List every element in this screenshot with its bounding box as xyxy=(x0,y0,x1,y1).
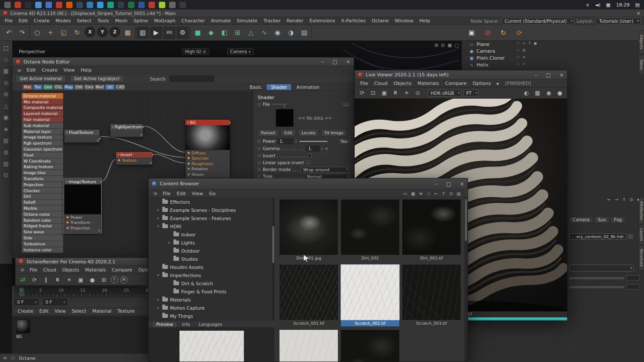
preview-tab[interactable]: Preview xyxy=(152,321,177,327)
rotate-icon[interactable]: ↻ xyxy=(71,27,83,39)
octane-dialog-icon[interactable]: ▣ xyxy=(465,27,478,39)
anim-dot-icon[interactable] xyxy=(258,175,261,178)
node-type-item[interactable]: Hair material xyxy=(22,117,63,123)
layout-split-icon[interactable]: ⊟ xyxy=(441,42,445,48)
node-collapse-icon[interactable]: ▾ xyxy=(66,180,68,184)
tree-item-label[interactable]: Motion Capture xyxy=(170,305,205,311)
menu-item[interactable]: Objects xyxy=(59,267,82,273)
settings-icon[interactable]: ☀ xyxy=(64,275,74,284)
tree-item-label[interactable]: My Things xyxy=(170,314,193,319)
minimize-icon[interactable]: – xyxy=(435,181,438,187)
live-viewer-titlebar[interactable]: Live Viewer 2020.2.1 (15 days left) – □ … xyxy=(355,70,567,80)
favorites-icon[interactable]: ☆ xyxy=(426,191,430,196)
up-icon[interactable]: ↑ xyxy=(442,191,445,196)
anim-dot-icon[interactable] xyxy=(258,154,261,157)
menu-item[interactable]: Materials xyxy=(82,267,109,273)
node-type-item[interactable]: Falloff xyxy=(22,199,63,205)
menu-item[interactable]: X-Particles xyxy=(338,18,368,24)
octane-reload-icon[interactable]: ⟳ xyxy=(513,27,526,39)
object-tag-icons[interactable]: ∷ ◎ xyxy=(517,48,526,52)
enable-dot[interactable] xyxy=(228,121,231,124)
resize-handle-icon[interactable]: ⊞ xyxy=(149,161,152,165)
timeline-ruler[interactable]: 051015202530 xyxy=(15,287,156,297)
node-imagetexture[interactable]: ▾ImageTexture PowerTransformProjection ⊞ xyxy=(64,178,101,233)
gamma-value-field[interactable]: 1. xyxy=(307,146,319,151)
tree-item[interactable]: Effectors xyxy=(149,198,274,206)
restart-icon[interactable]: R xyxy=(53,275,62,284)
menu-item[interactable]: Octane xyxy=(369,18,392,24)
octane-window-titlebar[interactable]: OctaneRender For Cinema 4D 2020.2.1 xyxy=(15,258,148,265)
menu-item[interactable]: Extensions xyxy=(307,18,338,24)
node-type-item[interactable]: Ridged fractal xyxy=(22,223,63,229)
back-icon[interactable]: ← xyxy=(434,191,437,196)
material-picker-icon[interactable]: M xyxy=(120,276,128,284)
node-input-port[interactable]: Power xyxy=(64,214,101,220)
node-type-item[interactable]: W Coordinate xyxy=(22,158,63,164)
camera-icon[interactable]: ◉ xyxy=(271,27,284,39)
texture-thumbnail[interactable]: Scratch_002.tif xyxy=(341,265,399,326)
misc-tool-icon[interactable]: ⊡ xyxy=(0,170,12,181)
collapse-icon[interactable]: ∨ xyxy=(586,2,589,8)
node-type-item[interactable]: Marble xyxy=(22,205,63,211)
panel-icon[interactable]: ▤ xyxy=(457,191,461,196)
clay-mode-icon[interactable]: ◐ xyxy=(522,89,531,97)
node-type-item[interactable]: Layered material xyxy=(22,111,63,117)
tree-item[interactable]: My Things xyxy=(149,312,274,320)
object-label[interactable]: Plain.Cloner xyxy=(477,55,505,61)
power-value-field[interactable]: 1. xyxy=(278,139,293,144)
taskbar-app-icon[interactable] xyxy=(25,2,31,8)
node-type-item[interactable]: Dirt xyxy=(22,194,63,200)
texture-label[interactable]: Scratch_002.tif xyxy=(341,320,399,326)
material-ball-icon[interactable]: ● xyxy=(88,275,97,284)
tree-item[interactable]: ▸ Example Scenes - Disciplines xyxy=(149,206,274,214)
separator[interactable] xyxy=(190,27,191,39)
dock-tab-objects[interactable]: Objects xyxy=(639,30,644,54)
node-type-item[interactable]: Baking texture xyxy=(22,164,63,170)
taskbar-app-icon[interactable] xyxy=(4,2,11,8)
menu-item[interactable]: Tracker xyxy=(261,18,284,24)
z-axis-icon[interactable]: Z xyxy=(109,27,120,37)
node-collapse-icon[interactable]: ▾ xyxy=(66,131,68,134)
texture-image[interactable] xyxy=(279,330,338,362)
render-to-picture-icon[interactable]: ▶ xyxy=(150,27,162,39)
render-passes-icon[interactable]: ▦ xyxy=(533,89,542,97)
node-input-port[interactable]: Texture xyxy=(116,157,152,163)
node-type-item[interactable]: Sine wave xyxy=(22,229,63,235)
tree-item-label[interactable]: Imperfections xyxy=(170,273,201,278)
texture-label[interactable]: Dirt_002 xyxy=(341,255,399,261)
refresh-icon[interactable]: ⟳ xyxy=(30,275,39,284)
node-type-item[interactable]: Turbulence xyxy=(22,241,63,247)
texture-thumbnail[interactable] xyxy=(341,330,399,362)
resize-handle-icon[interactable]: ⊞ xyxy=(98,229,100,232)
lock-icon[interactable]: ▣ xyxy=(76,275,85,284)
scale-icon[interactable]: ◱ xyxy=(58,27,70,39)
spinner-icon[interactable]: ▴▾ xyxy=(322,147,323,150)
volume-icon[interactable]: ◄) xyxy=(595,2,601,8)
taskbar-app-icon[interactable] xyxy=(35,2,42,8)
menu-item[interactable]: Select xyxy=(74,18,94,24)
object-row[interactable]: ∿ Helix ∷ ✓ xyxy=(462,61,644,68)
menu-item[interactable]: View xyxy=(52,308,69,314)
maximize-icon[interactable]: □ xyxy=(447,181,451,187)
tree-item[interactable]: ▸ Motion Capture xyxy=(149,304,274,312)
menu-item[interactable]: File xyxy=(27,267,40,273)
node-bg-material[interactable]: ▾BG DiffuseSpecularRoughnessRotationShee… xyxy=(185,119,230,183)
polygons-tool-icon[interactable]: ◎ xyxy=(0,77,12,88)
menu-item[interactable]: MoGraph xyxy=(151,18,179,24)
taskbar-app-icon[interactable] xyxy=(15,2,21,8)
inspector-button[interactable]: Edit xyxy=(281,129,295,136)
edges-tool-icon[interactable]: ▦ xyxy=(0,66,12,76)
view-details-icon[interactable]: ≡ xyxy=(419,191,422,196)
taskbar-app-icon[interactable] xyxy=(87,2,93,8)
chevron-down-icon[interactable]: ▾ xyxy=(249,50,251,54)
node-space-dropdown[interactable]: Current (Standard/Physical) xyxy=(501,18,574,24)
tree-item[interactable]: ▾ HDRI xyxy=(149,222,274,230)
texture-thumbnail[interactable]: Scratch_003.tif xyxy=(402,265,461,326)
texture-image[interactable] xyxy=(341,265,399,320)
normals-tool-icon[interactable]: △ xyxy=(0,100,12,111)
menu-item[interactable]: Modes xyxy=(52,18,74,24)
node-type-item[interactable]: Mix material xyxy=(22,99,63,105)
node-input-port[interactable]: Projection xyxy=(64,225,101,231)
object-label[interactable]: Camera xyxy=(477,48,495,54)
anim-dot-icon[interactable] xyxy=(258,161,261,164)
